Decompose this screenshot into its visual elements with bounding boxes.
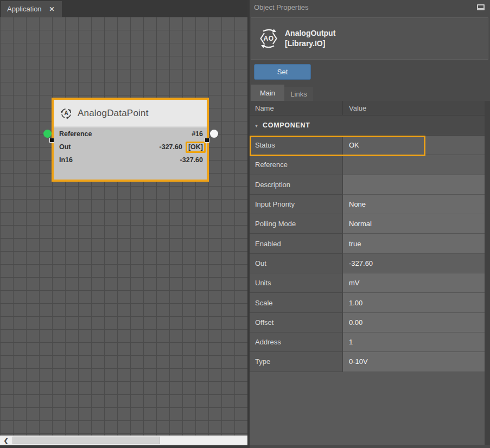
property-row-scale[interactable]: Scale1.00 [250,293,485,312]
block-icon-letter: A [60,107,72,119]
block-row[interactable] [54,167,207,180]
property-row-input-priority[interactable]: Input PriorityNone [250,195,485,214]
section-label: COMPONENT [263,121,310,129]
horizontal-scrollbar[interactable]: ❮ [0,436,247,445]
block-row-value: -327.60 [160,143,182,151]
property-value[interactable]: None [343,195,485,214]
column-header-value: Value [343,104,366,112]
property-value[interactable] [343,175,485,195]
set-button[interactable]: Set [254,64,311,80]
prop-rows: StatusOKReferenceDescriptionInput Priori… [250,136,485,372]
object-library: [Library.IO] [285,39,335,49]
table-right-gap [485,101,490,445]
block-row[interactable]: Reference#16 [54,127,207,140]
property-row-out[interactable]: Out-327.60 [250,254,485,273]
block-row-name: Reference [59,130,92,138]
section-component[interactable]: ▾ COMPONENT [250,116,485,136]
property-value[interactable]: mV [343,273,485,293]
block-row-name: Out [59,143,71,151]
property-value[interactable]: true [343,234,485,253]
property-value[interactable]: 0.00 [343,313,485,332]
property-name: Units [250,273,343,293]
grid-background[interactable] [0,17,247,436]
scroll-left-arrow-icon[interactable]: ❮ [0,436,12,445]
table-header-row: Name Value [250,101,485,116]
property-value[interactable]: OK [343,136,485,155]
block-row[interactable]: Out-327.60[OK] [54,140,207,153]
property-name: Scale [250,293,343,312]
tab-application[interactable]: Application ✕ [1,1,62,17]
collapse-triangle-icon[interactable]: ▾ [255,123,258,129]
property-row-units[interactable]: UnitsmV [250,273,485,293]
property-value[interactable]: 0-10V [343,352,485,372]
property-value[interactable]: -327.60 [343,254,485,273]
property-value[interactable]: 1 [343,332,485,352]
property-name: Address [250,332,343,352]
canvas-tab-bar: Application ✕ [0,0,247,17]
block-rows: Reference#16Out-327.60[OK]In16-327.60 [54,127,207,180]
block-row[interactable]: In16-327.60 [54,153,207,167]
property-row-address[interactable]: Address1 [250,332,485,352]
block-title: AnalogDataPoint [78,108,149,119]
wire-sheet-canvas[interactable]: Application ✕ A AnalogDataPoint Referenc… [0,0,247,445]
property-table: Name Value ▾ COMPONENT StatusOKReference… [250,101,485,445]
property-name: Input Priority [250,195,343,214]
object-name: AnalogOutput [285,28,335,39]
property-row-enabled[interactable]: Enabledtrue [250,234,485,253]
panel-title: Object Properties [254,3,308,11]
selected-object-card: AO AnalogOutput [Library.IO] [251,17,488,60]
property-name: Polling Mode [250,214,343,234]
property-value[interactable]: Normal [343,214,485,234]
property-name: Description [250,175,343,195]
output-port-connector[interactable] [210,130,218,138]
close-icon[interactable]: ✕ [49,6,55,12]
property-name: Reference [250,155,343,175]
block-header[interactable]: A AnalogDataPoint [54,100,207,126]
property-name: Out [250,254,343,273]
panel-tabs: Main Links [251,85,313,101]
property-name: Type [250,352,343,372]
column-header-name: Name [250,101,343,115]
property-row-polling-mode[interactable]: Polling ModeNormal [250,214,485,234]
resize-handle-left[interactable] [49,138,54,143]
property-name: Enabled [250,234,343,253]
property-value[interactable] [343,155,485,175]
tab-links[interactable]: Links [284,87,313,101]
property-row-reference[interactable]: Reference [250,155,485,175]
block-row-value: #16 [192,130,203,138]
panel-title-bar: Object Properties [250,0,490,14]
property-name: Status [250,136,343,155]
tab-label: Application [7,5,42,13]
block-body: A AnalogDataPoint Reference#16Out-327.60… [54,100,207,180]
window-dock-icon[interactable] [477,4,485,10]
resize-handle-right[interactable] [205,138,209,143]
property-row-type[interactable]: Type0-10V [250,352,485,372]
block-row-name: In16 [59,156,73,164]
property-name: Offset [250,313,343,332]
property-row-status[interactable]: StatusOK [250,136,485,155]
block-row-value: -327.60 [180,156,203,164]
input-port-connector[interactable] [43,130,52,138]
scrollbar-thumb[interactable] [12,437,160,444]
status-ok-badge: [OK] [186,142,206,153]
ao-icon-text: AO [258,28,279,49]
analog-point-icon: A [60,107,72,119]
property-row-description[interactable]: Description [250,175,485,195]
property-row-offset[interactable]: Offset0.00 [250,313,485,332]
tab-main[interactable]: Main [251,85,284,101]
analog-data-point-block[interactable]: A AnalogDataPoint Reference#16Out-327.60… [52,98,209,182]
object-properties-panel: Object Properties AO AnalogOutput [Libra… [250,0,490,448]
analog-output-icon: AO [258,28,279,49]
property-value[interactable]: 1.00 [343,293,485,312]
